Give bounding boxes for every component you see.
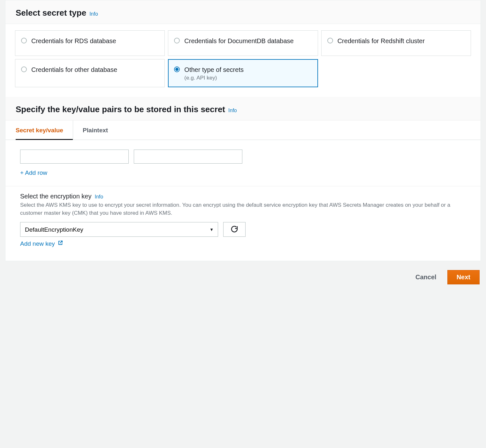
refresh-icon: [231, 225, 238, 234]
radio-icon: [174, 38, 180, 43]
tab-plaintext[interactable]: Plaintext: [73, 120, 118, 140]
kv-info-link[interactable]: Info: [228, 108, 237, 113]
add-row-link[interactable]: + Add row: [20, 169, 466, 176]
option-redshift[interactable]: Credentials for Redshift cluster: [321, 30, 471, 56]
add-new-key-link[interactable]: Add new key: [20, 240, 63, 247]
option-label: Credentials for RDS database: [31, 36, 116, 45]
option-label: Other type of secrets: [184, 65, 244, 74]
radio-icon: [327, 38, 333, 43]
kv-value-input[interactable]: [134, 150, 242, 164]
secret-type-body: Credentials for RDS database Credentials…: [5, 24, 481, 97]
kv-heading: Specify the key/value pairs to be stored…: [16, 104, 225, 114]
add-new-key-label: Add new key: [20, 240, 55, 247]
radio-icon: [21, 66, 27, 72]
kv-row: [20, 150, 466, 164]
encryption-key-select-wrapper: DefaultEncryptionKey ▼: [20, 222, 218, 237]
encryption-key-select[interactable]: DefaultEncryptionKey: [20, 222, 218, 237]
external-link-icon: [57, 240, 63, 247]
encryption-info-link[interactable]: Info: [95, 194, 103, 200]
secret-type-header: Select secret type Info: [5, 0, 481, 24]
option-documentdb[interactable]: Credentials for DocumentDB database: [168, 30, 318, 56]
secret-config-panel: Select secret type Info Credentials for …: [5, 0, 481, 261]
option-other-database[interactable]: Credentials for other database: [15, 59, 165, 87]
secret-type-info-link[interactable]: Info: [89, 11, 98, 17]
encryption-title: Select the encryption key: [20, 193, 91, 200]
option-rds[interactable]: Credentials for RDS database: [15, 30, 165, 56]
footer-actions: Cancel Next: [0, 261, 486, 294]
option-label: Credentials for Redshift cluster: [338, 36, 425, 45]
option-label: Credentials for DocumentDB database: [184, 36, 293, 45]
option-other-secrets[interactable]: Other type of secrets (e.g. API key): [168, 59, 318, 87]
kv-tabs: Secret key/value Plaintext: [5, 120, 481, 140]
cancel-button[interactable]: Cancel: [412, 270, 440, 284]
radio-icon: [21, 38, 27, 43]
tab-secret-key-value[interactable]: Secret key/value: [16, 120, 73, 140]
radio-icon: [174, 66, 180, 72]
kv-header: Specify the key/value pairs to be stored…: [5, 97, 481, 120]
encryption-description: Select the AWS KMS key to use to encrypt…: [20, 201, 466, 217]
kv-body: + Add row: [5, 140, 481, 186]
secret-type-heading: Select secret type: [16, 8, 86, 18]
option-label: Credentials for other database: [31, 65, 117, 74]
encryption-section: Select the encryption key Info Select th…: [5, 186, 481, 261]
next-button[interactable]: Next: [447, 270, 480, 284]
secret-type-options: Credentials for RDS database Credentials…: [15, 30, 471, 87]
kv-key-input[interactable]: [20, 150, 129, 164]
refresh-button[interactable]: [223, 222, 246, 237]
option-sublabel: (e.g. API key): [184, 75, 244, 81]
